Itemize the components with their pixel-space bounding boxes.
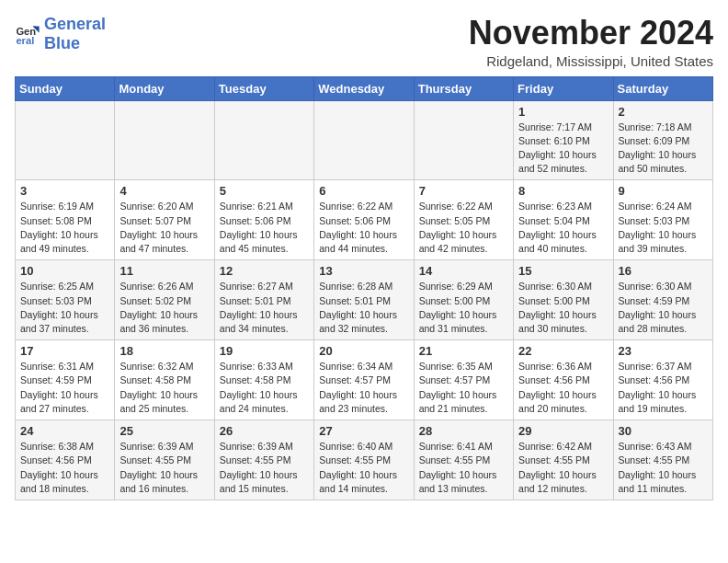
day-number: 18 [119,344,209,358]
day-info: Sunrise: 7:18 AM Sunset: 6:09 PM Dayligh… [619,121,708,177]
calendar-cell: 20Sunrise: 6:34 AM Sunset: 4:57 PM Dayli… [314,340,414,420]
logo: Gen eral General Blue [15,15,106,53]
day-number: 28 [419,424,508,438]
day-info: Sunrise: 6:37 AM Sunset: 4:56 PM Dayligh… [619,360,708,416]
day-info: Sunrise: 6:21 AM Sunset: 5:06 PM Dayligh… [220,200,309,256]
day-info: Sunrise: 7:17 AM Sunset: 6:10 PM Dayligh… [518,121,608,177]
calendar-cell [414,100,513,180]
day-number: 1 [518,105,608,119]
page-header: Gen eral General Blue November 2024 Ridg… [15,15,713,69]
logo-text: General Blue [44,15,106,53]
day-number: 3 [20,184,109,198]
day-number: 25 [119,424,209,438]
day-info: Sunrise: 6:33 AM Sunset: 4:58 PM Dayligh… [220,360,309,416]
day-of-week-header: Saturday [613,76,712,100]
calendar-week-row: 1Sunrise: 7:17 AM Sunset: 6:10 PM Daylig… [16,100,713,180]
day-info: Sunrise: 6:24 AM Sunset: 5:03 PM Dayligh… [619,200,708,256]
day-number: 20 [319,344,408,358]
calendar-cell [115,100,214,180]
day-number: 14 [419,264,508,278]
calendar-cell [314,100,414,180]
calendar-cell: 7Sunrise: 6:22 AM Sunset: 5:05 PM Daylig… [414,180,513,260]
day-info: Sunrise: 6:30 AM Sunset: 4:59 PM Dayligh… [619,280,708,336]
day-info: Sunrise: 6:30 AM Sunset: 5:00 PM Dayligh… [518,280,608,336]
day-number: 26 [220,424,309,438]
day-info: Sunrise: 6:22 AM Sunset: 5:05 PM Dayligh… [419,200,508,256]
calendar-cell: 28Sunrise: 6:41 AM Sunset: 4:55 PM Dayli… [414,420,513,500]
calendar-cell: 26Sunrise: 6:39 AM Sunset: 4:55 PM Dayli… [214,420,313,500]
calendar-cell: 8Sunrise: 6:23 AM Sunset: 5:04 PM Daylig… [514,180,613,260]
day-number: 12 [220,264,309,278]
day-info: Sunrise: 6:36 AM Sunset: 4:56 PM Dayligh… [518,360,608,416]
logo-general: General [44,15,106,33]
day-number: 22 [518,344,608,358]
day-number: 8 [518,184,608,198]
calendar-body: 1Sunrise: 7:17 AM Sunset: 6:10 PM Daylig… [16,100,713,500]
day-info: Sunrise: 6:40 AM Sunset: 4:55 PM Dayligh… [319,440,408,496]
calendar-cell: 3Sunrise: 6:19 AM Sunset: 5:08 PM Daylig… [16,180,115,260]
calendar-cell: 6Sunrise: 6:22 AM Sunset: 5:06 PM Daylig… [314,180,414,260]
day-info: Sunrise: 6:25 AM Sunset: 5:03 PM Dayligh… [20,280,109,336]
day-of-week-header: Tuesday [214,76,313,100]
days-of-week-row: SundayMondayTuesdayWednesdayThursdayFrid… [16,76,713,100]
calendar-cell: 2Sunrise: 7:18 AM Sunset: 6:09 PM Daylig… [613,100,712,180]
calendar-cell: 29Sunrise: 6:42 AM Sunset: 4:55 PM Dayli… [514,420,613,500]
calendar-header: SundayMondayTuesdayWednesdayThursdayFrid… [16,76,713,100]
day-number: 9 [619,184,708,198]
calendar-cell: 17Sunrise: 6:31 AM Sunset: 4:59 PM Dayli… [16,340,115,420]
calendar-cell: 22Sunrise: 6:36 AM Sunset: 4:56 PM Dayli… [514,340,613,420]
day-number: 27 [319,424,408,438]
day-of-week-header: Thursday [414,76,513,100]
day-number: 16 [619,264,708,278]
calendar-cell: 23Sunrise: 6:37 AM Sunset: 4:56 PM Dayli… [613,340,712,420]
calendar-cell: 10Sunrise: 6:25 AM Sunset: 5:03 PM Dayli… [16,260,115,340]
calendar-cell: 19Sunrise: 6:33 AM Sunset: 4:58 PM Dayli… [214,340,313,420]
calendar-week-row: 24Sunrise: 6:38 AM Sunset: 4:56 PM Dayli… [16,420,713,500]
day-info: Sunrise: 6:43 AM Sunset: 4:55 PM Dayligh… [619,440,708,496]
calendar-cell: 18Sunrise: 6:32 AM Sunset: 4:58 PM Dayli… [115,340,214,420]
day-number: 24 [20,424,109,438]
day-info: Sunrise: 6:26 AM Sunset: 5:02 PM Dayligh… [119,280,209,336]
calendar-week-row: 17Sunrise: 6:31 AM Sunset: 4:59 PM Dayli… [16,340,713,420]
day-info: Sunrise: 6:39 AM Sunset: 4:55 PM Dayligh… [220,440,309,496]
calendar-cell: 13Sunrise: 6:28 AM Sunset: 5:01 PM Dayli… [314,260,414,340]
day-info: Sunrise: 6:31 AM Sunset: 4:59 PM Dayligh… [20,360,109,416]
day-number: 2 [619,105,708,119]
calendar-cell: 16Sunrise: 6:30 AM Sunset: 4:59 PM Dayli… [613,260,712,340]
calendar-cell: 24Sunrise: 6:38 AM Sunset: 4:56 PM Dayli… [16,420,115,500]
calendar-cell: 11Sunrise: 6:26 AM Sunset: 5:02 PM Dayli… [115,260,214,340]
day-number: 11 [119,264,209,278]
calendar-cell: 5Sunrise: 6:21 AM Sunset: 5:06 PM Daylig… [214,180,313,260]
calendar-cell [16,100,115,180]
calendar-cell [214,100,313,180]
day-info: Sunrise: 6:38 AM Sunset: 4:56 PM Dayligh… [20,440,109,496]
day-info: Sunrise: 6:19 AM Sunset: 5:08 PM Dayligh… [20,200,109,256]
day-number: 7 [419,184,508,198]
calendar-cell: 1Sunrise: 7:17 AM Sunset: 6:10 PM Daylig… [514,100,613,180]
calendar-cell: 27Sunrise: 6:40 AM Sunset: 4:55 PM Dayli… [314,420,414,500]
month-title: November 2024 [469,15,713,52]
logo-blue: Blue [44,34,80,52]
day-info: Sunrise: 6:23 AM Sunset: 5:04 PM Dayligh… [518,200,608,256]
calendar-cell: 9Sunrise: 6:24 AM Sunset: 5:03 PM Daylig… [613,180,712,260]
location: Ridgeland, Mississippi, United States [469,53,713,69]
calendar-cell: 14Sunrise: 6:29 AM Sunset: 5:00 PM Dayli… [414,260,513,340]
day-info: Sunrise: 6:20 AM Sunset: 5:07 PM Dayligh… [119,200,209,256]
calendar-cell: 25Sunrise: 6:39 AM Sunset: 4:55 PM Dayli… [115,420,214,500]
day-of-week-header: Wednesday [314,76,414,100]
day-info: Sunrise: 6:41 AM Sunset: 4:55 PM Dayligh… [419,440,508,496]
calendar-cell: 30Sunrise: 6:43 AM Sunset: 4:55 PM Dayli… [613,420,712,500]
calendar-cell: 12Sunrise: 6:27 AM Sunset: 5:01 PM Dayli… [214,260,313,340]
calendar-cell: 15Sunrise: 6:30 AM Sunset: 5:00 PM Dayli… [514,260,613,340]
day-info: Sunrise: 6:32 AM Sunset: 4:58 PM Dayligh… [119,360,209,416]
day-number: 30 [619,424,708,438]
day-info: Sunrise: 6:39 AM Sunset: 4:55 PM Dayligh… [119,440,209,496]
day-number: 17 [20,344,109,358]
day-info: Sunrise: 6:29 AM Sunset: 5:00 PM Dayligh… [419,280,508,336]
svg-text:eral: eral [16,35,34,46]
day-number: 10 [20,264,109,278]
day-number: 15 [518,264,608,278]
day-number: 23 [619,344,708,358]
day-info: Sunrise: 6:34 AM Sunset: 4:57 PM Dayligh… [319,360,408,416]
day-info: Sunrise: 6:22 AM Sunset: 5:06 PM Dayligh… [319,200,408,256]
